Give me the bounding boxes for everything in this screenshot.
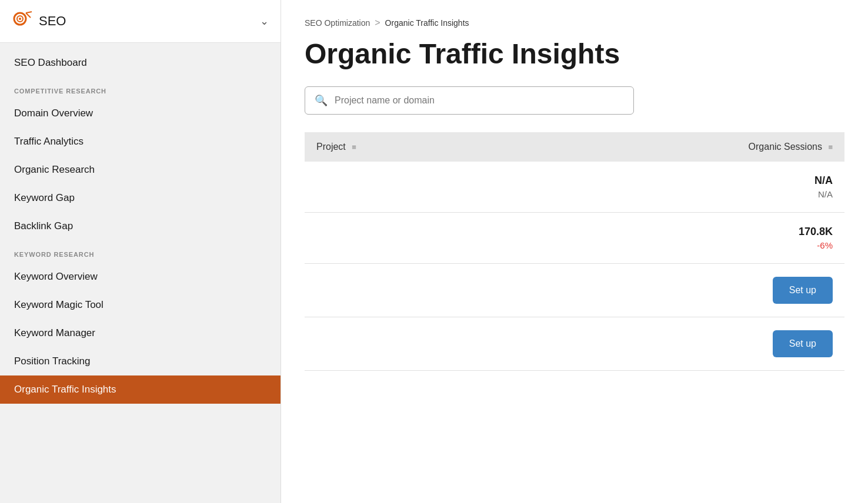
chevron-down-icon[interactable]: ⌄: [260, 15, 269, 28]
breadcrumb-separator: >: [375, 18, 380, 28]
breadcrumb-parent[interactable]: SEO Optimization: [305, 18, 370, 28]
sessions-main-value: N/A: [613, 175, 833, 187]
breadcrumb: SEO Optimization > Organic Traffic Insig…: [305, 18, 844, 28]
svg-line-4: [26, 13, 31, 18]
cell-sessions: 170.8K-6%: [602, 212, 844, 263]
sidebar-item-seo-dashboard[interactable]: SEO Dashboard: [0, 49, 281, 77]
sidebar-header: SEO ⌄: [0, 0, 281, 43]
sidebar-item-keyword-manager[interactable]: Keyword Manager: [0, 319, 281, 347]
sidebar-item-keyword-overview[interactable]: Keyword Overview: [0, 263, 281, 291]
data-table: Project ≡ Organic Sessions ≡ N/AN/A170.8…: [305, 132, 844, 371]
table-row: Set up: [305, 263, 844, 317]
main-content: SEO Optimization > Organic Traffic Insig…: [281, 0, 868, 503]
sidebar-item-position-tracking[interactable]: Position Tracking: [0, 347, 281, 375]
sidebar-sections: COMPETITIVE RESEARCHDomain OverviewTraff…: [0, 77, 281, 404]
sidebar-item-backlink-gap[interactable]: Backlink Gap: [0, 212, 281, 240]
sidebar-item-traffic-analytics[interactable]: Traffic Analytics: [0, 128, 281, 156]
cell-project: [305, 317, 602, 370]
project-filter-icon[interactable]: ≡: [352, 143, 356, 152]
sidebar-title: SEO: [39, 14, 66, 29]
svg-line-3: [26, 12, 32, 13]
cell-project: [305, 263, 602, 317]
sidebar-nav: SEO Dashboard COMPETITIVE RESEARCHDomain…: [0, 43, 281, 410]
sessions-sub-value: N/A: [613, 189, 833, 199]
breadcrumb-current: Organic Traffic Insights: [385, 18, 469, 28]
table-row: 170.8K-6%: [305, 212, 844, 263]
sidebar-item-keyword-gap[interactable]: Keyword Gap: [0, 184, 281, 212]
sidebar-item-keyword-magic-tool[interactable]: Keyword Magic Tool: [0, 291, 281, 319]
sidebar-item-domain-overview[interactable]: Domain Overview: [0, 99, 281, 128]
setup-button[interactable]: Set up: [773, 277, 833, 304]
seo-logo-icon: [12, 11, 33, 32]
sidebar: SEO ⌄ SEO Dashboard COMPETITIVE RESEARCH…: [0, 0, 281, 503]
svg-point-2: [19, 18, 21, 20]
col-header-project: Project ≡: [305, 132, 602, 162]
cell-project: [305, 212, 602, 263]
table-row: N/AN/A: [305, 162, 844, 213]
sessions-main-value: 170.8K: [613, 226, 833, 238]
sidebar-section-label: COMPETITIVE RESEARCH: [0, 77, 281, 99]
logo-area: SEO: [12, 11, 66, 32]
table-row: Set up: [305, 317, 844, 370]
table-body: N/AN/A170.8K-6%Set upSet up: [305, 162, 844, 371]
page-title: Organic Traffic Insights: [305, 39, 844, 70]
cell-sessions: Set up: [602, 317, 844, 370]
sidebar-item-organic-traffic-insights[interactable]: Organic Traffic Insights: [0, 375, 281, 404]
cell-project: [305, 162, 602, 213]
sessions-sub-value: -6%: [613, 240, 833, 250]
search-icon: 🔍: [315, 94, 328, 107]
search-input[interactable]: [335, 95, 624, 106]
table-header-row: Project ≡ Organic Sessions ≡: [305, 132, 844, 162]
col-header-sessions: Organic Sessions ≡: [602, 132, 844, 162]
cell-sessions: N/AN/A: [602, 162, 844, 213]
cell-sessions: Set up: [602, 263, 844, 317]
sidebar-section-label: KEYWORD RESEARCH: [0, 240, 281, 263]
search-bar-container[interactable]: 🔍: [305, 86, 634, 115]
sidebar-item-organic-research[interactable]: Organic Research: [0, 156, 281, 184]
setup-button[interactable]: Set up: [773, 330, 833, 357]
sessions-filter-icon[interactable]: ≡: [828, 143, 833, 152]
